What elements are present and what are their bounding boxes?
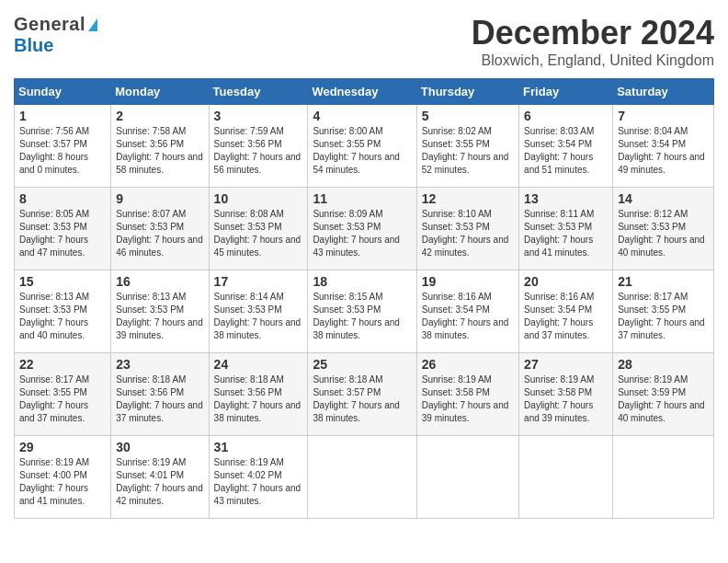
day-info: Sunrise: 8:12 AMSunset: 3:53 PMDaylight:… (618, 209, 705, 258)
calendar-cell: 20Sunrise: 8:16 AMSunset: 3:54 PMDayligh… (519, 270, 613, 353)
day-number: 1 (19, 109, 106, 123)
day-info: Sunrise: 8:19 AMSunset: 4:02 PMDaylight:… (214, 457, 301, 506)
page-header: General Blue December 2024 Bloxwich, Eng… (14, 14, 714, 69)
day-info: Sunrise: 8:19 AMSunset: 3:58 PMDaylight:… (422, 374, 509, 423)
day-header-wednesday: Wednesday (308, 79, 416, 105)
day-info: Sunrise: 8:14 AMSunset: 3:53 PMDaylight:… (214, 292, 301, 340)
day-info: Sunrise: 8:08 AMSunset: 3:53 PMDaylight:… (214, 209, 301, 258)
day-info: Sunrise: 8:16 AMSunset: 3:54 PMDaylight:… (422, 292, 509, 340)
calendar-cell (519, 436, 613, 519)
calendar-week-5: 29Sunrise: 8:19 AMSunset: 4:00 PMDayligh… (15, 436, 714, 519)
calendar-cell: 8Sunrise: 8:05 AMSunset: 3:53 PMDaylight… (15, 188, 111, 270)
calendar-cell: 23Sunrise: 8:18 AMSunset: 3:56 PMDayligh… (111, 353, 209, 436)
day-info: Sunrise: 7:59 AMSunset: 3:56 PMDaylight:… (214, 126, 301, 175)
title-section: December 2024 Bloxwich, England, United … (472, 14, 714, 69)
logo-triangle-icon (88, 18, 97, 31)
day-number: 7 (618, 109, 709, 123)
calendar-cell: 19Sunrise: 8:16 AMSunset: 3:54 PMDayligh… (416, 270, 518, 353)
calendar-cell (613, 436, 714, 519)
day-number: 29 (19, 440, 106, 454)
day-number: 20 (524, 274, 608, 289)
calendar-cell: 18Sunrise: 8:15 AMSunset: 3:53 PMDayligh… (308, 270, 416, 353)
calendar-cell: 6Sunrise: 8:03 AMSunset: 3:54 PMDaylight… (519, 105, 613, 188)
calendar-header-row: SundayMondayTuesdayWednesdayThursdayFrid… (15, 79, 714, 105)
calendar-cell: 22Sunrise: 8:17 AMSunset: 3:55 PMDayligh… (15, 353, 111, 436)
day-info: Sunrise: 8:02 AMSunset: 3:55 PMDaylight:… (422, 126, 509, 175)
day-number: 8 (19, 191, 106, 206)
day-info: Sunrise: 8:13 AMSunset: 3:53 PMDaylight:… (116, 292, 203, 340)
day-number: 4 (313, 109, 411, 123)
calendar-subtitle: Bloxwich, England, United Kingdom (472, 52, 714, 69)
calendar-cell: 10Sunrise: 8:08 AMSunset: 3:53 PMDayligh… (209, 188, 308, 270)
day-header-tuesday: Tuesday (209, 79, 308, 105)
calendar-week-4: 22Sunrise: 8:17 AMSunset: 3:55 PMDayligh… (15, 353, 714, 436)
calendar-cell: 7Sunrise: 8:04 AMSunset: 3:54 PMDaylight… (613, 105, 714, 188)
calendar-cell: 25Sunrise: 8:18 AMSunset: 3:57 PMDayligh… (308, 353, 416, 436)
day-info: Sunrise: 8:11 AMSunset: 3:53 PMDaylight:… (524, 209, 594, 258)
day-info: Sunrise: 8:19 AMSunset: 4:01 PMDaylight:… (116, 457, 203, 506)
day-number: 17 (214, 274, 303, 289)
calendar-cell: 28Sunrise: 8:19 AMSunset: 3:59 PMDayligh… (613, 353, 714, 436)
day-info: Sunrise: 8:13 AMSunset: 3:53 PMDaylight:… (19, 292, 89, 340)
calendar-cell: 3Sunrise: 7:59 AMSunset: 3:56 PMDaylight… (209, 105, 308, 188)
day-number: 21 (618, 274, 709, 289)
logo-general: General (14, 14, 85, 35)
day-info: Sunrise: 8:17 AMSunset: 3:55 PMDaylight:… (19, 374, 89, 423)
day-number: 14 (618, 191, 709, 206)
day-info: Sunrise: 8:00 AMSunset: 3:55 PMDaylight:… (313, 126, 400, 175)
calendar-cell: 24Sunrise: 8:18 AMSunset: 3:56 PMDayligh… (209, 353, 308, 436)
day-header-thursday: Thursday (416, 79, 518, 105)
day-header-friday: Friday (519, 79, 613, 105)
day-info: Sunrise: 8:18 AMSunset: 3:56 PMDaylight:… (116, 374, 203, 423)
day-header-sunday: Sunday (15, 79, 111, 105)
day-info: Sunrise: 8:10 AMSunset: 3:53 PMDaylight:… (422, 209, 509, 258)
calendar-cell (416, 436, 518, 519)
day-number: 9 (116, 191, 203, 206)
day-number: 6 (524, 109, 608, 123)
day-info: Sunrise: 8:19 AMSunset: 4:00 PMDaylight:… (19, 457, 89, 506)
day-number: 25 (313, 357, 411, 372)
day-info: Sunrise: 8:05 AMSunset: 3:53 PMDaylight:… (19, 209, 89, 258)
day-number: 31 (214, 440, 303, 454)
day-number: 11 (313, 191, 411, 206)
day-number: 5 (422, 109, 514, 123)
day-number: 19 (422, 274, 514, 289)
day-number: 22 (19, 357, 106, 372)
calendar-cell (308, 436, 416, 519)
day-number: 2 (116, 109, 203, 123)
day-info: Sunrise: 8:18 AMSunset: 3:56 PMDaylight:… (214, 374, 301, 423)
day-info: Sunrise: 8:07 AMSunset: 3:53 PMDaylight:… (116, 209, 203, 258)
day-number: 26 (422, 357, 514, 372)
day-info: Sunrise: 8:16 AMSunset: 3:54 PMDaylight:… (524, 292, 594, 340)
calendar-cell: 5Sunrise: 8:02 AMSunset: 3:55 PMDaylight… (416, 105, 518, 188)
day-info: Sunrise: 8:03 AMSunset: 3:54 PMDaylight:… (524, 126, 594, 175)
day-info: Sunrise: 8:15 AMSunset: 3:53 PMDaylight:… (313, 292, 400, 340)
calendar-week-3: 15Sunrise: 8:13 AMSunset: 3:53 PMDayligh… (15, 270, 714, 353)
day-info: Sunrise: 8:17 AMSunset: 3:55 PMDaylight:… (618, 292, 705, 340)
day-number: 23 (116, 357, 203, 372)
day-number: 28 (618, 357, 709, 372)
day-number: 16 (116, 274, 203, 289)
calendar-cell: 27Sunrise: 8:19 AMSunset: 3:58 PMDayligh… (519, 353, 613, 436)
calendar-week-1: 1Sunrise: 7:56 AMSunset: 3:57 PMDaylight… (15, 105, 714, 188)
calendar-title: December 2024 (472, 14, 714, 52)
day-number: 12 (422, 191, 514, 206)
day-number: 18 (313, 274, 411, 289)
day-info: Sunrise: 8:04 AMSunset: 3:54 PMDaylight:… (618, 126, 705, 175)
calendar-cell: 30Sunrise: 8:19 AMSunset: 4:01 PMDayligh… (111, 436, 209, 519)
calendar-cell: 13Sunrise: 8:11 AMSunset: 3:53 PMDayligh… (519, 188, 613, 270)
calendar-cell: 14Sunrise: 8:12 AMSunset: 3:53 PMDayligh… (613, 188, 714, 270)
day-number: 3 (214, 109, 303, 123)
calendar-cell: 1Sunrise: 7:56 AMSunset: 3:57 PMDaylight… (15, 105, 111, 188)
calendar-cell: 21Sunrise: 8:17 AMSunset: 3:55 PMDayligh… (613, 270, 714, 353)
calendar-cell: 2Sunrise: 7:58 AMSunset: 3:56 PMDaylight… (111, 105, 209, 188)
calendar-week-2: 8Sunrise: 8:05 AMSunset: 3:53 PMDaylight… (15, 188, 714, 270)
calendar-cell: 17Sunrise: 8:14 AMSunset: 3:53 PMDayligh… (209, 270, 308, 353)
calendar-cell: 12Sunrise: 8:10 AMSunset: 3:53 PMDayligh… (416, 188, 518, 270)
day-number: 15 (19, 274, 106, 289)
day-info: Sunrise: 7:56 AMSunset: 3:57 PMDaylight:… (19, 126, 89, 175)
calendar-cell: 9Sunrise: 8:07 AMSunset: 3:53 PMDaylight… (111, 188, 209, 270)
calendar-cell: 26Sunrise: 8:19 AMSunset: 3:58 PMDayligh… (416, 353, 518, 436)
calendar-body: 1Sunrise: 7:56 AMSunset: 3:57 PMDaylight… (15, 105, 714, 519)
calendar-table: SundayMondayTuesdayWednesdayThursdayFrid… (14, 78, 714, 519)
